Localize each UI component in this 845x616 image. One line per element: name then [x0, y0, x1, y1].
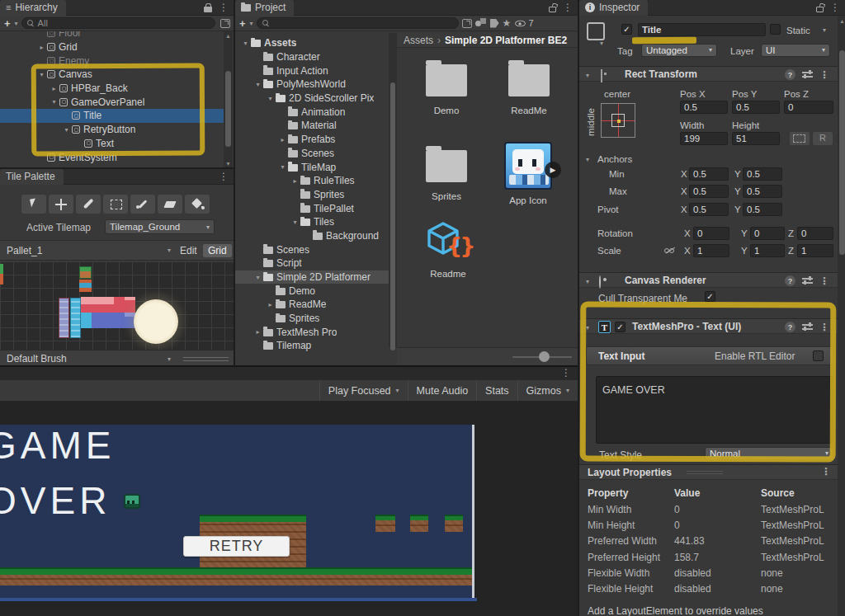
project-item-textmesh-pro[interactable]: ▸TextMesh Pro — [235, 325, 389, 339]
asset-readme-file[interactable]: {} Readme — [405, 219, 491, 279]
help-icon[interactable]: ? — [785, 69, 795, 80]
filter-type-icon[interactable] — [475, 18, 487, 28]
play-focused-dropdown[interactable]: Play Focused ▾ — [319, 380, 408, 401]
collapse-caret-icon[interactable]: ▾ — [49, 98, 59, 106]
preset-icon[interactable] — [802, 276, 813, 285]
project-item-background[interactable]: Background — [235, 229, 389, 243]
hierarchy-search-input[interactable]: All — [21, 17, 215, 29]
inspector-scrollbar[interactable]: ▲ — [838, 16, 845, 616]
link-scale-icon[interactable] — [664, 247, 676, 255]
project-focus-icon[interactable] — [462, 19, 472, 28]
anchor-preset-widget[interactable] — [601, 103, 635, 138]
rect-select-tool-button[interactable] — [103, 195, 128, 214]
tmp-header[interactable]: ▾ T ✓ TextMeshPro - Text (UI) ?⋮ — [579, 318, 838, 334]
chevron-down-icon[interactable]: ▾ — [168, 247, 171, 254]
collapse-caret-icon[interactable]: ▾ — [253, 274, 263, 281]
asset-sprites-folder[interactable]: Sprites — [404, 150, 489, 201]
tile-block-blue[interactable] — [81, 313, 135, 328]
hierarchy-item-gameoverpanel[interactable]: ▾GameOverPanel — [0, 95, 224, 109]
hierarchy-item-text[interactable]: Text — [0, 137, 224, 151]
chevron-down-icon[interactable]: ▾ — [168, 355, 171, 363]
tmp-text-area[interactable]: GAME OVER — [596, 376, 833, 444]
anchors-max-y-field[interactable]: 0.5 — [743, 185, 782, 198]
anchors-min-x-field[interactable]: 0.5 — [689, 167, 729, 181]
inspector-kebab-icon[interactable]: ⋮ — [830, 3, 840, 12]
hierarchy-tab[interactable]: ≡ Hierarchy — [0, 0, 66, 16]
move-tool-button[interactable] — [49, 195, 73, 214]
project-item-input-action[interactable]: Input Action — [235, 63, 389, 78]
project-scroll-thumb[interactable] — [390, 82, 395, 350]
tmp-enabled-checkbox[interactable]: ✓ — [615, 322, 625, 332]
cull-transparent-checkbox[interactable]: ✓ — [705, 291, 715, 302]
hierarchy-item-hpbar-back[interactable]: ▸HPBar_Back — [0, 82, 224, 96]
project-item-demo[interactable]: Demo — [235, 284, 389, 298]
collapse-caret-icon[interactable]: ▾ — [290, 219, 300, 226]
section-kebab-icon[interactable]: ⋮ — [821, 468, 831, 476]
preset-icon[interactable] — [802, 322, 813, 332]
collapse-caret-icon[interactable]: ▾ — [277, 163, 288, 171]
project-item-assets[interactable]: ▾Assets — [235, 36, 389, 50]
hierarchy-item-canvas[interactable]: ▾Canvas — [0, 68, 224, 82]
tile-moon-sprite[interactable] — [134, 299, 178, 344]
scroll-up-icon[interactable]: ▲ — [839, 18, 845, 24]
zoom-slider-knob[interactable] — [539, 351, 550, 362]
expand-caret-icon[interactable]: ▸ — [36, 44, 47, 51]
rtl-editor-checkbox[interactable] — [813, 350, 824, 361]
active-checkbox[interactable]: ✓ — [621, 24, 632, 35]
scroll-up-icon[interactable]: ▲ — [225, 33, 231, 39]
collapse-caret-icon[interactable]: ▾ — [253, 81, 263, 88]
hierarchy-kebab-icon[interactable]: ⋮ — [219, 3, 229, 12]
layer-dropdown[interactable]: UI▾ — [761, 44, 830, 57]
rect-transform-header[interactable]: ▾ Rect Transform ?⋮ — [579, 66, 838, 82]
blueprint-button[interactable] — [790, 132, 810, 145]
project-item-simple-2d-platformer-selected[interactable]: ▾Simple 2D Platformer — [235, 270, 389, 284]
gizmos-dropdown[interactable]: Gizmos ▾ — [517, 380, 578, 401]
hierarchy-scroll-thumb[interactable] — [225, 71, 231, 147]
anchors-min-y-field[interactable]: 0.5 — [743, 167, 782, 181]
breadcrumb-root[interactable]: Assets — [404, 35, 433, 46]
eraser-tool-button[interactable] — [158, 195, 182, 214]
expand-caret-icon[interactable]: ▸ — [253, 328, 263, 336]
rotation-y-field[interactable]: 0 — [750, 227, 785, 240]
pivot-y-field[interactable]: 0.5 — [743, 203, 782, 216]
tag-dropdown[interactable]: Untagged▾ — [641, 44, 717, 57]
scroll-down-icon[interactable]: ▼ — [225, 161, 231, 167]
resize-grip[interactable] — [183, 357, 229, 361]
collapse-caret-icon[interactable]: ▾ — [240, 40, 251, 47]
hidden-count-icon[interactable]: 7 — [514, 18, 533, 28]
project-kebab-icon[interactable]: ⋮ — [563, 3, 573, 12]
pos-x-field[interactable]: 0.5 — [680, 101, 728, 114]
project-item-tilepallet[interactable]: TilePallet — [235, 201, 389, 215]
collapse-caret-icon[interactable]: ▾ — [586, 72, 589, 79]
project-add-button[interactable]: + — [238, 17, 247, 30]
play-overlay-icon[interactable]: ▶ — [545, 162, 561, 178]
help-icon[interactable]: ? — [785, 275, 795, 286]
hierarchy-scrollbar[interactable]: ▲ ▼ — [224, 31, 233, 167]
inspector-tab[interactable]: i Inspector — [579, 0, 648, 16]
scale-x-field[interactable]: 1 — [693, 244, 729, 257]
tile-block-red[interactable] — [81, 297, 135, 313]
active-tilemap-dropdown[interactable]: Tilemap_Ground ▾ — [105, 219, 215, 234]
select-tool-button[interactable] — [21, 195, 46, 214]
scale-y-field[interactable]: 1 — [750, 244, 785, 257]
hierarchy-focus-icon[interactable] — [220, 19, 230, 28]
asset-app-icon[interactable]: ▶ App Icon — [485, 142, 571, 205]
asset-readme-folder[interactable]: ReadMe — [486, 64, 572, 115]
project-item-script[interactable]: Script — [235, 256, 389, 270]
lock-icon[interactable] — [204, 7, 212, 12]
section-kebab-icon[interactable]: ⋮ — [819, 71, 829, 79]
favorites-star-icon[interactable]: ★ — [503, 17, 512, 29]
project-item-readme[interactable]: ▸ReadMe — [235, 298, 389, 312]
height-field[interactable]: 51 — [732, 132, 780, 145]
project-item-scenes-2[interactable]: Scenes — [235, 242, 389, 256]
project-item-sprites-2[interactable]: Sprites — [235, 312, 389, 326]
hierarchy-item-enemy[interactable]: Enemy — [0, 54, 224, 68]
project-tree-scrollbar[interactable] — [389, 33, 397, 347]
text-style-dropdown[interactable]: Normal▾ — [705, 447, 833, 460]
hierarchy-add-button[interactable]: + — [3, 17, 12, 30]
unlock-icon[interactable] — [816, 7, 824, 12]
project-item-tiles[interactable]: ▾Tiles — [235, 215, 389, 229]
project-item-scenes[interactable]: Scenes — [235, 147, 389, 161]
tile-column-purple[interactable] — [59, 298, 69, 338]
project-item-material[interactable]: Material — [235, 119, 389, 133]
